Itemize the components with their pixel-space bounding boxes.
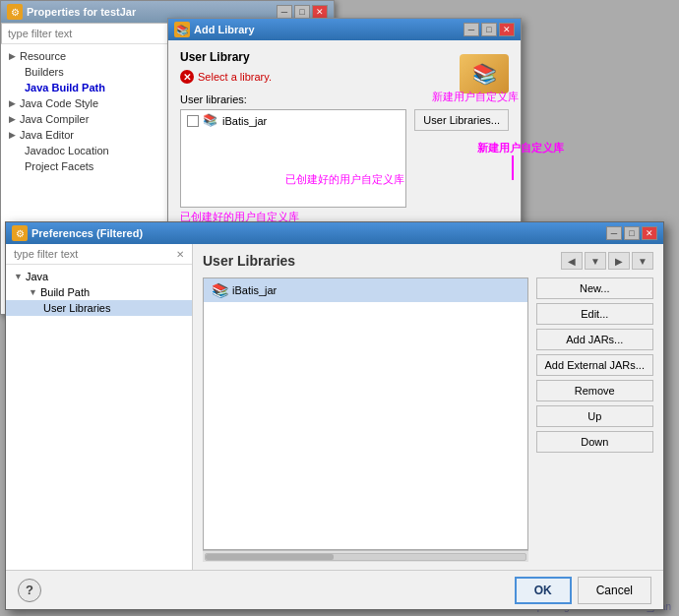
- pref-main-header: User Libraries ◀ ▼ ▶ ▼: [203, 252, 653, 270]
- user-libraries-btn-area: User Libraries...: [414, 109, 509, 131]
- sidebar-label: Javadoc Location: [25, 145, 109, 156]
- tree-label: Build Path: [40, 286, 90, 298]
- scrollbar-track[interactable]: [205, 553, 526, 561]
- sidebar-label: Java Build Path: [25, 82, 105, 93]
- add-library-dialog: 📚 Add Library ─ □ ✕ User Library ✕ Selec…: [167, 18, 522, 254]
- dialog-body: User Library ✕ Select a library. 📚 User …: [168, 40, 521, 234]
- libraries-list-container: 📚 iBatis_jar 已创建好的用户自定义库: [180, 109, 406, 224]
- nav-back-btn[interactable]: ◀: [561, 252, 583, 270]
- footer-right-buttons: OK Cancel: [515, 577, 651, 604]
- search-clear-btn[interactable]: ✕: [172, 246, 188, 262]
- pref-tree-item-java[interactable]: ▼ Java: [6, 269, 192, 284]
- pref-tree-item-build-path[interactable]: ▼ Build Path: [6, 284, 192, 300]
- tree-label: User Libraries: [43, 302, 110, 314]
- pref-nav-buttons: ◀ ▼ ▶ ▼: [561, 252, 653, 270]
- sidebar-label: Java Editor: [20, 129, 74, 141]
- pref-action-buttons: New... Edit... Add JARs... Add External …: [536, 277, 654, 562]
- add-jars-button[interactable]: Add JARs...: [536, 329, 654, 350]
- libraries-panel: 📚 iBatis_jar: [203, 277, 528, 562]
- user-libraries-button[interactable]: User Libraries...: [414, 109, 509, 131]
- minimize-btn[interactable]: ─: [606, 226, 622, 240]
- sidebar-item-java-compiler[interactable]: ▶ Java Compiler: [1, 111, 172, 127]
- sidebar-tree: ▶ Resource Builders Java Build Path ▶ Ja…: [1, 44, 172, 178]
- expand-icon: ▼: [29, 287, 37, 297]
- sidebar-label: Java Compiler: [20, 113, 89, 125]
- preferences-content: ✕ ▼ Java ▼ Build Path User Libraries: [6, 244, 663, 570]
- titlebar-buttons: ─ □ ✕: [277, 5, 328, 19]
- sidebar-item-java-editor[interactable]: ▶ Java Editor: [1, 127, 172, 143]
- pref-libraries-list[interactable]: 📚 iBatis_jar: [203, 277, 528, 550]
- arrow-icon: ▶: [9, 51, 16, 61]
- properties-title: Properties for testJar: [27, 6, 136, 18]
- help-button[interactable]: ?: [18, 579, 41, 602]
- close-btn[interactable]: ✕: [642, 226, 657, 240]
- new-button[interactable]: New...: [536, 277, 654, 299]
- pref-lib-item[interactable]: 📚 iBatis_jar: [204, 278, 527, 302]
- preferences-dialog: ⚙ Preferences (Filtered) ─ □ ✕ ✕ ▼ Java …: [5, 221, 664, 610]
- maximize-btn[interactable]: □: [294, 5, 310, 19]
- list-item[interactable]: 📚 iBatis_jar: [181, 110, 405, 132]
- expand-icon: ▼: [14, 272, 23, 281]
- preferences-main: User Libraries ◀ ▼ ▶ ▼ 📚 iBatis_jar: [193, 244, 663, 570]
- sidebar-label: Java Code Style: [20, 97, 98, 109]
- sidebar-item-resource[interactable]: ▶ Resource: [1, 48, 172, 64]
- pref-tree: ▼ Java ▼ Build Path User Libraries: [6, 265, 192, 320]
- tree-label: Java: [26, 271, 48, 282]
- maximize-btn[interactable]: □: [624, 226, 640, 240]
- sidebar-item-javadoc[interactable]: Javadoc Location: [1, 143, 172, 158]
- preferences-sidebar: ✕ ▼ Java ▼ Build Path User Libraries: [6, 244, 193, 570]
- ok-button[interactable]: OK: [515, 577, 572, 604]
- arrow-icon: ▶: [9, 98, 16, 108]
- nav-forward-btn[interactable]: ▶: [608, 252, 630, 270]
- preferences-titlebar: ⚙ Preferences (Filtered) ─ □ ✕: [6, 222, 663, 244]
- lib-name: iBatis_jar: [222, 115, 267, 127]
- titlebar-left: 📚 Add Library: [174, 22, 255, 37]
- add-external-jars-button[interactable]: Add External JARs...: [536, 354, 654, 376]
- properties-search-input[interactable]: [1, 23, 172, 44]
- preferences-icon: ⚙: [12, 225, 28, 241]
- cancel-button[interactable]: Cancel: [578, 577, 651, 604]
- lib-icon: 📚: [212, 282, 228, 298]
- titlebar-left: ⚙ Properties for testJar: [7, 4, 136, 20]
- libraries-list[interactable]: 📚 iBatis_jar: [180, 109, 406, 208]
- add-library-titlebar: 📚 Add Library ─ □ ✕: [168, 19, 521, 40]
- properties-icon: ⚙: [7, 4, 23, 20]
- scrollbar-thumb[interactable]: [206, 554, 334, 560]
- minimize-btn[interactable]: ─: [277, 5, 292, 19]
- sidebar-item-java-build-path[interactable]: Java Build Path: [1, 80, 172, 95]
- error-icon: ✕: [180, 70, 194, 84]
- sidebar-item-project-facets[interactable]: Project Facets: [1, 158, 172, 174]
- sidebar-item-builders[interactable]: Builders: [1, 64, 172, 80]
- nav-forward-dropdown-btn[interactable]: ▼: [632, 252, 653, 270]
- sidebar-label: Resource: [20, 50, 66, 62]
- close-btn[interactable]: ✕: [499, 23, 515, 36]
- pref-search-input[interactable]: [10, 246, 172, 262]
- titlebar-buttons: ─ □ ✕: [606, 226, 657, 240]
- edit-button[interactable]: Edit...: [536, 303, 654, 325]
- remove-button[interactable]: Remove: [536, 380, 654, 401]
- lib-name: iBatis_jar: [232, 284, 277, 296]
- error-text: Select a library.: [198, 71, 272, 83]
- horizontal-scrollbar[interactable]: [203, 550, 528, 562]
- arrow-icon: ▶: [9, 130, 16, 140]
- pref-search-row: ✕: [6, 244, 192, 265]
- add-library-title: Add Library: [194, 24, 255, 35]
- up-button[interactable]: Up: [536, 405, 654, 427]
- maximize-btn[interactable]: □: [481, 23, 497, 36]
- arrow-icon: ▶: [9, 114, 16, 124]
- close-btn[interactable]: ✕: [312, 5, 328, 19]
- minimize-btn[interactable]: ─: [463, 23, 479, 36]
- pref-libraries-area: 📚 iBatis_jar New... Edit... Add JARs...: [203, 277, 653, 562]
- titlebar-buttons: ─ □ ✕: [463, 23, 515, 36]
- pref-tree-item-user-libraries[interactable]: User Libraries: [6, 300, 192, 316]
- sidebar-label: Builders: [25, 66, 64, 78]
- lib-checkbox[interactable]: [187, 115, 199, 127]
- sidebar-item-java-code-style[interactable]: ▶ Java Code Style: [1, 95, 172, 111]
- down-button[interactable]: Down: [536, 431, 654, 453]
- titlebar-left: ⚙ Preferences (Filtered): [12, 225, 143, 241]
- libraries-list-area: 📚 iBatis_jar 已创建好的用户自定义库 User Libraries.…: [180, 109, 509, 224]
- preferences-footer: ? OK Cancel: [6, 570, 663, 609]
- add-library-icon: 📚: [174, 22, 190, 37]
- nav-dropdown-btn[interactable]: ▼: [585, 252, 606, 270]
- lib-icon: 📚: [203, 113, 218, 129]
